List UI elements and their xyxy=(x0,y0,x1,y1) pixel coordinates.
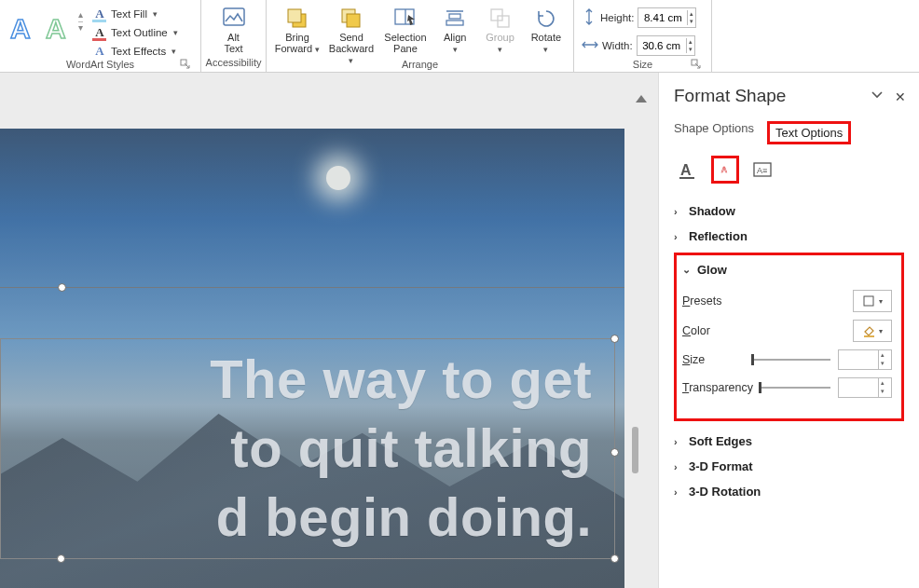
arrange-group-label: Arrange xyxy=(402,59,438,70)
wordart-preset-blue[interactable]: A xyxy=(7,7,35,49)
spinner-up[interactable]: ▴ xyxy=(879,378,886,387)
text-outline-menu[interactable]: A Text Outline ▾ xyxy=(90,24,180,41)
svg-rect-17 xyxy=(679,177,694,179)
scrollbar-up-icon[interactable] xyxy=(636,95,647,103)
svg-rect-12 xyxy=(446,21,463,25)
glow-highlight: ⌄Glow Presets ▾ Color ▾ Size xyxy=(674,253,904,421)
spinner-up[interactable]: ▴ xyxy=(687,38,694,46)
rotate-button[interactable]: Rotate▾ xyxy=(527,4,566,54)
alt-text-button[interactable]: AltText xyxy=(210,4,258,54)
text-fill-outline-tab[interactable]: A xyxy=(674,156,702,184)
section-reflection[interactable]: ›Reflection xyxy=(674,224,904,249)
glow-color-label: Color xyxy=(682,324,710,337)
width-input[interactable] xyxy=(638,40,686,51)
chevron-down-icon: ▾ xyxy=(153,9,158,19)
rotate-icon xyxy=(533,6,559,30)
text-line2: to quit talking xyxy=(1,414,592,483)
scrollbar-thumb[interactable] xyxy=(632,427,638,473)
section-3d-format[interactable]: ›3-D Format xyxy=(674,454,904,479)
text-fill-menu[interactable]: A Text Fill ▾ xyxy=(90,6,180,22)
send-backward-icon xyxy=(338,6,364,30)
selection-handle[interactable] xyxy=(610,335,619,343)
svg-rect-14 xyxy=(498,16,509,27)
section-soft-edges[interactable]: ›Soft Edges xyxy=(674,429,904,454)
svg-text:A≡: A≡ xyxy=(757,166,767,175)
size-dialog-launcher[interactable] xyxy=(691,59,702,70)
height-input[interactable] xyxy=(638,12,687,23)
height-label: Height: xyxy=(600,12,634,23)
selection-handle[interactable] xyxy=(58,283,66,292)
bring-forward-button[interactable]: BringForward ▾ xyxy=(274,4,321,55)
group-accessibility: AltText Accessibility xyxy=(201,0,267,72)
tab-shape-options[interactable]: Shape Options xyxy=(674,121,754,144)
svg-text:A: A xyxy=(10,13,31,44)
bring-forward-icon xyxy=(284,6,310,30)
textbox-tab[interactable]: A≡ xyxy=(748,156,776,184)
workspace: The way to get to quit talking d begin d… xyxy=(0,73,919,588)
selection-pane-button[interactable]: SelectionPane xyxy=(382,4,429,54)
pane-options-chevron[interactable] xyxy=(871,89,884,103)
section-glow[interactable]: ⌄Glow xyxy=(682,263,892,282)
glow-transparency-slider[interactable] xyxy=(759,386,830,390)
group-arrange: BringForward ▾ SendBackward ▾ SelectionP… xyxy=(267,0,574,72)
text-fill-label: Text Fill xyxy=(111,8,147,20)
chevron-down-icon: ▾ xyxy=(171,47,176,56)
glow-presets-picker[interactable]: ▾ xyxy=(853,290,892,312)
slide-image: The way to get to quit talking d begin d… xyxy=(0,129,624,588)
glow-size-input[interactable]: ▴▾ xyxy=(838,349,892,370)
glow-size-slider[interactable] xyxy=(751,358,830,362)
pane-close-icon[interactable]: ✕ xyxy=(895,89,906,104)
size-group-label: Size xyxy=(633,59,652,70)
wordart-group-label: WordArt Styles xyxy=(66,59,134,70)
chevron-down-icon: ▾ xyxy=(173,28,178,37)
width-icon xyxy=(582,37,598,55)
selection-pane-icon xyxy=(392,6,418,30)
align-icon xyxy=(442,6,468,30)
wordart-dialog-launcher[interactable] xyxy=(180,59,191,70)
spinner-down[interactable]: ▾ xyxy=(879,387,886,395)
pane-title: Format Shape xyxy=(674,86,904,106)
group-button: Group▾ xyxy=(481,4,518,54)
spinner-up[interactable]: ▴ xyxy=(879,350,886,359)
height-spinner[interactable]: ▴▾ xyxy=(638,7,696,28)
width-spinner[interactable]: ▴▾ xyxy=(637,35,695,56)
height-icon xyxy=(582,8,597,28)
text-outline-label: Text Outline xyxy=(111,27,168,38)
svg-rect-22 xyxy=(864,335,874,337)
svg-rect-11 xyxy=(449,14,460,19)
svg-rect-7 xyxy=(347,14,360,27)
glow-transparency-input[interactable]: ▴▾ xyxy=(838,377,892,398)
spinner-down[interactable]: ▾ xyxy=(688,18,695,25)
section-3d-rotation[interactable]: ›3-D Rotation xyxy=(674,479,904,504)
accessibility-group-label: Accessibility xyxy=(206,57,262,68)
spinner-up[interactable]: ▴ xyxy=(688,10,695,18)
selection-handle[interactable] xyxy=(57,554,65,563)
svg-text:A: A xyxy=(721,165,728,174)
spinner-down[interactable]: ▾ xyxy=(687,46,694,53)
wordart-gallery-more[interactable]: ▴▾ xyxy=(78,9,83,33)
wordart-preset-green[interactable]: A xyxy=(43,7,71,49)
text-box[interactable]: The way to get to quit talking d begin d… xyxy=(0,338,615,559)
text-line3: d begin doing. xyxy=(1,483,592,552)
text-outline-icon: A xyxy=(92,25,107,40)
tab-text-options[interactable]: Text Options xyxy=(767,121,851,144)
text-effects-tab[interactable]: A xyxy=(711,156,739,184)
chevron-down-icon: ▾ xyxy=(879,327,883,335)
text-fill-icon: A xyxy=(92,7,107,21)
ribbon: A A ▴▾ A Text Fill ▾ A Text Outline ▾ xyxy=(0,0,919,73)
svg-text:A: A xyxy=(680,162,692,178)
align-button[interactable]: Align▾ xyxy=(436,4,473,54)
glow-transparency-label: Transparency xyxy=(682,381,755,394)
section-shadow[interactable]: ›Shadow xyxy=(674,198,904,224)
selection-handle[interactable] xyxy=(610,554,619,563)
group-size: Height: ▴▾ Width: ▴▾ Size xyxy=(574,0,712,72)
svg-text:A: A xyxy=(46,13,66,44)
svg-rect-3 xyxy=(224,8,244,25)
svg-rect-21 xyxy=(864,296,873,306)
paint-bucket-icon xyxy=(862,324,875,337)
slide-canvas[interactable]: The way to get to quit talking d begin d… xyxy=(0,73,658,588)
format-shape-pane: Format Shape ✕ Shape Options Text Option… xyxy=(658,73,919,588)
glow-presets-label: Presets xyxy=(682,294,721,308)
spinner-down[interactable]: ▾ xyxy=(879,359,886,367)
glow-color-picker[interactable]: ▾ xyxy=(853,320,892,342)
